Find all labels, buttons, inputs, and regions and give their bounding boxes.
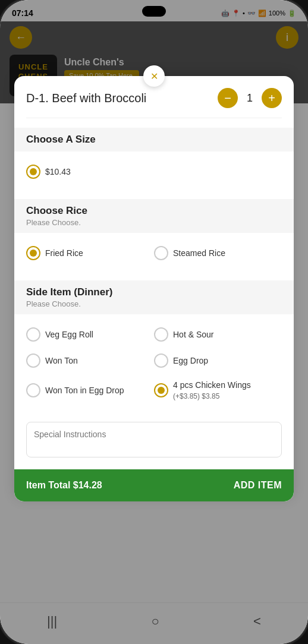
quantity-increase-button[interactable]: + xyxy=(262,88,282,108)
quantity-control: − 1 + xyxy=(218,88,282,108)
item-header: D-1. Beef with Broccoli − 1 + xyxy=(26,88,282,118)
side-radio-chicken-wings[interactable] xyxy=(154,383,168,397)
modal-close-button[interactable]: ✕ xyxy=(143,65,165,87)
modal-sheet: D-1. Beef with Broccoli − 1 + Choose A S… xyxy=(14,76,294,501)
side-options: Veg Egg Roll Hot & Sour Won Ton Egg xyxy=(26,321,282,412)
side-radio-won-ton-egg-drop[interactable] xyxy=(26,383,40,397)
side-section-title: Side Item (Dinner) xyxy=(26,286,112,298)
rice-options: Fried Rice Steamed Rice xyxy=(26,240,282,271)
size-option-1[interactable]: $10.43 xyxy=(26,161,154,182)
choose-size-section: Choose A Size $10.43 xyxy=(26,128,282,190)
side-option-chicken-wings[interactable]: 4 pcs Chicken Wings(+$3.85) $3.85 xyxy=(154,376,282,405)
size-section-header: Choose A Size xyxy=(14,128,294,151)
side-label-egg-drop: Egg Drop xyxy=(173,355,208,366)
quantity-decrease-button[interactable]: − xyxy=(218,88,238,108)
side-item-section: Side Item (Dinner) Please Choose. Veg Eg… xyxy=(26,280,282,412)
side-radio-veg-egg-roll[interactable] xyxy=(26,327,40,342)
side-radio-egg-drop[interactable] xyxy=(154,353,168,368)
side-option-won-ton-egg-drop[interactable]: Won Ton in Egg Drop xyxy=(26,376,154,405)
rice-section-header: Choose Rice Please Choose. xyxy=(14,199,294,233)
side-option-hot-sour[interactable]: Hot & Sour xyxy=(154,324,282,345)
side-label-won-ton-egg-drop: Won Ton in Egg Drop xyxy=(45,385,124,396)
side-option-veg-egg-roll[interactable]: Veg Egg Roll xyxy=(26,324,154,345)
rice-section-title: Choose Rice xyxy=(26,205,87,216)
rice-label-fried: Fried Rice xyxy=(45,248,83,258)
rice-radio-fried[interactable] xyxy=(26,246,40,260)
choose-rice-section: Choose Rice Please Choose. Fried Rice St… xyxy=(26,199,282,271)
side-radio-won-ton[interactable] xyxy=(26,353,40,368)
size-section-title: Choose A Size xyxy=(26,134,96,145)
add-item-label: ADD ITEM xyxy=(234,480,282,491)
side-section-header: Side Item (Dinner) Please Choose. xyxy=(14,280,294,314)
side-radio-hot-sour[interactable] xyxy=(154,327,168,342)
rice-option-steamed[interactable]: Steamed Rice xyxy=(154,242,282,264)
side-label-hot-sour: Hot & Sour xyxy=(173,329,213,340)
size-label-1: $10.43 xyxy=(45,166,71,177)
rice-radio-steamed[interactable] xyxy=(154,246,168,260)
side-option-egg-drop[interactable]: Egg Drop xyxy=(154,350,282,371)
quantity-value: 1 xyxy=(244,92,256,105)
phone-frame: 07:14 🤖 📍 • 👓 📶 100% 🔋 ← i xyxy=(0,0,308,644)
rice-label-steamed: Steamed Rice xyxy=(173,248,225,258)
rice-section-subtitle: Please Choose. xyxy=(26,218,282,227)
add-item-total: Item Total $14.28 xyxy=(26,480,102,491)
side-option-won-ton[interactable]: Won Ton xyxy=(26,350,154,371)
side-section-subtitle: Please Choose. xyxy=(26,299,282,308)
side-label-chicken-wings: 4 pcs Chicken Wings(+$3.85) $3.85 xyxy=(173,380,251,402)
side-label-won-ton: Won Ton xyxy=(45,355,78,366)
size-options: $10.43 xyxy=(26,159,282,190)
add-item-button[interactable]: Item Total $14.28 ADD ITEM xyxy=(14,469,294,501)
special-instructions-input[interactable] xyxy=(26,422,282,457)
item-title: D-1. Beef with Broccoli xyxy=(26,91,218,105)
close-icon: ✕ xyxy=(150,71,158,82)
phone-screen: 07:14 🤖 📍 • 👓 📶 100% 🔋 ← i xyxy=(0,0,308,644)
side-label-veg-egg-roll: Veg Egg Roll xyxy=(45,329,93,340)
rice-option-fried[interactable]: Fried Rice xyxy=(26,242,154,264)
modal-overlay: ✕ D-1. Beef with Broccoli − 1 + Choose A… xyxy=(0,0,308,644)
size-radio-1[interactable] xyxy=(26,165,40,179)
